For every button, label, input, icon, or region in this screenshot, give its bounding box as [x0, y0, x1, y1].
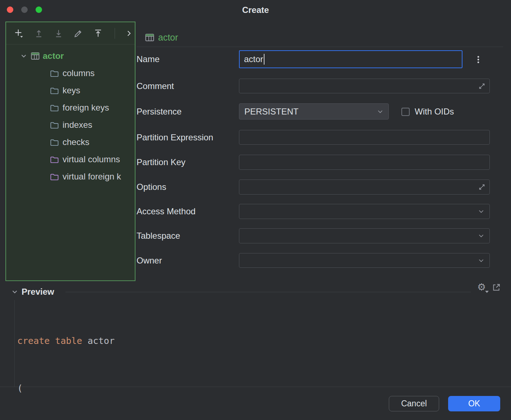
chevron-down-icon[interactable]: [11, 288, 19, 296]
partition-key-label: Partition Key: [137, 155, 185, 170]
folder-icon: [50, 121, 59, 130]
gear-dropdown-arrow: [485, 291, 489, 293]
titlebar: Create: [0, 0, 511, 20]
tab-actor[interactable]: actor: [145, 30, 178, 45]
open-in-editor-icon[interactable]: [491, 282, 502, 293]
structure-tree: actor columns keys foreign keys indexes …: [6, 47, 135, 185]
sql-keyword: create table: [17, 336, 82, 346]
tree-item-actor[interactable]: actor: [6, 47, 135, 65]
code-gutter-line: [14, 300, 15, 387]
preview-title[interactable]: Preview: [22, 287, 54, 297]
access-method-select[interactable]: [239, 204, 490, 219]
partition-expression-label: Partition Expression: [137, 130, 213, 145]
name-input-value: actor: [244, 54, 263, 64]
toolbar-separator: [115, 28, 115, 39]
tree-item-label: foreign keys: [63, 103, 109, 113]
kebab-menu-icon[interactable]: [474, 51, 483, 68]
tab-label: actor: [158, 32, 178, 43]
name-label: Name: [137, 50, 160, 68]
ok-button[interactable]: OK: [448, 396, 500, 411]
partition-key-input[interactable]: [239, 155, 490, 170]
access-method-label: Access Method: [137, 204, 195, 219]
folder-icon: [50, 103, 59, 112]
table-icon: [31, 51, 40, 61]
chevron-down-icon[interactable]: [20, 52, 28, 60]
partition-expression-input[interactable]: [239, 130, 490, 145]
tree-item-checks[interactable]: checks: [6, 134, 135, 151]
window-title: Create: [0, 0, 511, 20]
sql-line: create table actor: [17, 333, 115, 349]
tree-item-label: indexes: [63, 120, 92, 130]
tree-toolbar: [6, 22, 135, 45]
preview-sql[interactable]: create table actor ( );: [17, 302, 115, 420]
folder-icon: [50, 138, 59, 147]
persistence-select-value: PERSISTENT: [244, 107, 299, 117]
add-button[interactable]: [13, 27, 25, 39]
gear-icon[interactable]: ⚙: [475, 281, 488, 294]
tree-item-label: columns: [63, 68, 95, 78]
options-label: Options: [137, 179, 166, 195]
edit-pencil-icon[interactable]: [73, 27, 84, 39]
tree-item-virtual-columns[interactable]: virtual columns: [6, 151, 135, 168]
tablespace-label: Tablespace: [137, 228, 180, 243]
persistence-label: Persistence: [137, 103, 181, 120]
with-oids-label: With OIDs: [415, 103, 454, 120]
preview-header: Preview: [11, 285, 54, 299]
name-input[interactable]: actor: [239, 50, 462, 68]
tree-item-label: checks: [63, 137, 89, 147]
chevron-down-icon: [477, 207, 485, 215]
tree-item-label: keys: [63, 85, 80, 95]
text-caret: [264, 54, 264, 65]
sql-text: (: [17, 383, 23, 393]
owner-select[interactable]: [239, 253, 490, 268]
tree-item-foreign-keys[interactable]: foreign keys: [6, 99, 135, 116]
folder-icon: [50, 172, 59, 181]
tree-item-label: virtual foreign k: [63, 172, 121, 182]
tree-item-keys[interactable]: keys: [6, 82, 135, 99]
folder-icon: [50, 155, 59, 164]
tree-item-indexes[interactable]: indexes: [6, 116, 135, 134]
preview-code-area: create table actor ( );: [0, 297, 511, 387]
export-icon[interactable]: [92, 27, 104, 39]
tree-item-columns[interactable]: columns: [6, 65, 135, 82]
chevron-down-icon: [477, 257, 485, 265]
comment-input[interactable]: [239, 79, 490, 93]
chevron-right-icon[interactable]: [123, 27, 135, 39]
preview-divider: [65, 292, 471, 292]
options-input[interactable]: [239, 179, 490, 195]
folder-icon: [50, 86, 59, 95]
table-icon: [145, 33, 155, 42]
persistence-select[interactable]: PERSISTENT: [239, 103, 389, 120]
tablespace-select[interactable]: [239, 228, 490, 243]
cancel-button[interactable]: Cancel: [389, 396, 439, 411]
tree-item-label: virtual columns: [63, 154, 120, 164]
move-down-icon[interactable]: [53, 27, 65, 39]
move-up-icon[interactable]: [33, 27, 45, 39]
owner-label: Owner: [137, 253, 162, 268]
chevron-down-icon: [477, 232, 485, 240]
sql-text: actor: [82, 336, 115, 346]
with-oids-checkbox[interactable]: [401, 108, 410, 116]
tree-item-virtual-foreign-keys[interactable]: virtual foreign k: [6, 168, 135, 185]
expand-icon[interactable]: [478, 82, 486, 90]
expand-icon[interactable]: [478, 183, 486, 191]
sql-line: (: [17, 381, 115, 396]
chevron-down-icon: [376, 108, 384, 116]
structure-tree-panel: actor columns keys foreign keys indexes …: [5, 22, 135, 281]
tree-item-label: actor: [43, 51, 64, 61]
tab-divider: [137, 47, 503, 47]
folder-icon: [50, 69, 59, 78]
comment-label: Comment: [137, 79, 174, 93]
